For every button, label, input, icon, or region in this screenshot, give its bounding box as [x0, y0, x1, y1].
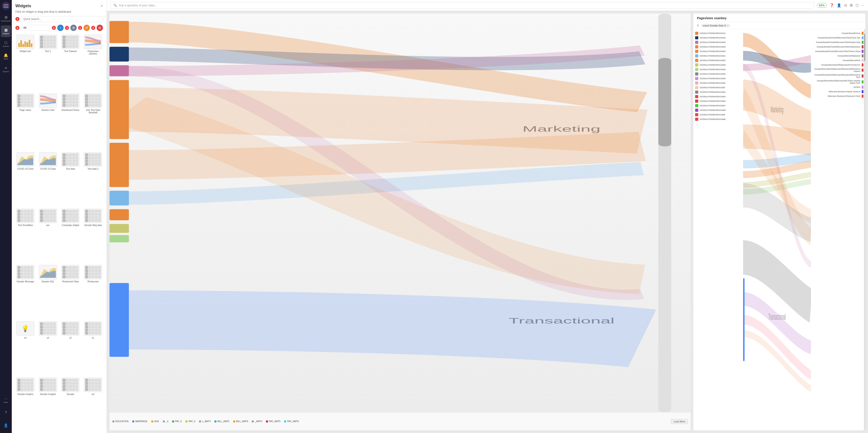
widget-card-restaurant-data[interactable]: Restaurant Data	[61, 265, 81, 318]
node-color	[695, 59, 698, 62]
widget-thumb-sankey-chart	[39, 93, 57, 108]
widget-card-sample-message[interactable]: Sample Message	[16, 265, 35, 318]
legend-label: L_AMT4	[202, 420, 211, 423]
widgets-subtitle: Click on widget or drag and drop to dash…	[12, 10, 106, 15]
help-circle-icon[interactable]: ❓	[830, 3, 834, 7]
global-search[interactable]: 🔍 Ask a question of your data...	[111, 2, 814, 9]
right-node: /mosaic/brand/Chow/fullscreen/CBS/Theme …	[813, 49, 864, 53]
app-logo[interactable]	[2, 2, 10, 10]
widget-label-restaurant-data: Restaurant Data	[62, 280, 79, 283]
widget-label-join-test-data-baseball: Join Test Data Baseball	[84, 109, 102, 114]
legend-item: PAY_AMT6	[284, 420, 299, 423]
left-node-fa5f: 52035e10783084cf8161fa5f	[695, 86, 741, 90]
widget-card-test-2[interactable]: Test 2	[38, 35, 58, 91]
widget-thumb-sample-sql	[39, 265, 57, 279]
widget-card-dashboard-share[interactable]: Dashboard Share	[61, 93, 81, 150]
share-icon[interactable]: ⬡	[856, 3, 859, 7]
node-color	[695, 72, 698, 75]
left-node-fa68: 52035e10783084cf8161fa68	[695, 108, 741, 112]
nav-queries[interactable]: ⬡ Queries	[1, 38, 11, 50]
user-profile-icon[interactable]: 👤	[837, 3, 841, 7]
nav-widgets[interactable]: ▦ Widgets	[1, 25, 11, 37]
close-button[interactable]: ×	[100, 4, 103, 8]
filter-row: 2 All 3 + 4 ⚙ 5 ↺ 6 ⊞	[12, 24, 106, 33]
widget-thumb-test-snowflake	[16, 209, 34, 223]
right-panel: Pageviews ssankey ⊽ count Greater than 3…	[693, 13, 865, 430]
filter-select[interactable]: All	[21, 25, 50, 31]
load-more-button[interactable]: Load More	[671, 419, 688, 424]
widget-card-sample-insights-1[interactable]: Sample Insights	[16, 378, 35, 431]
svg-rect-20	[743, 278, 744, 361]
widget-card-covid-19-data[interactable]: COVID 19 Data	[38, 152, 58, 206]
widget-card-s1[interactable]: s1	[83, 321, 103, 375]
svg-rect-17	[110, 283, 129, 357]
badge-5: 5	[78, 26, 82, 30]
widget-card-covid-19-chart[interactable]: COVID 19 Chart	[16, 152, 35, 206]
widget-card-test-snowflake[interactable]: Test Snowflake	[16, 209, 35, 262]
widget-card-pageviews-sankey[interactable]: Pageviews ssankey	[83, 35, 103, 91]
widget-label-sample-insights-2: Sample Insights	[40, 393, 56, 396]
node-label: 52035e10783084cf8161fa66	[700, 100, 726, 102]
widget-thumb-covid-19-chart	[16, 152, 34, 167]
legend-item: AGE	[151, 420, 159, 423]
widget-card-test-dataset[interactable]: Test Dataset	[61, 35, 81, 91]
right-node: /mosaic/theme/tech/fullscreen/Revision3/…	[813, 73, 864, 79]
widget-label-test-data-2: Test data 2	[88, 167, 99, 170]
right-node-color	[862, 95, 864, 98]
layout-button[interactable]: ⊞	[97, 25, 103, 31]
right-node-color	[862, 50, 864, 53]
widget-card-w2[interactable]: w2	[83, 378, 103, 431]
widget-card-campaign-widget[interactable]: Campaign widget	[61, 209, 81, 262]
settings-icon[interactable]: ⚙	[850, 3, 853, 7]
nav-dashboards[interactable]: ⊞ Dashboards	[1, 13, 11, 25]
widget-card-sample-sql[interactable]: Sample SQL	[38, 265, 58, 318]
widget-card-pie[interactable]: pie	[38, 209, 58, 262]
node-color	[695, 113, 698, 116]
widget-card-s4[interactable]: 💡s4	[16, 321, 35, 375]
node-label: 52035e10783084cf8161fa63	[700, 95, 726, 98]
add-button[interactable]: +	[57, 25, 64, 31]
vertical-scrollbar[interactable]	[864, 29, 865, 430]
node-label: 52035e10783084cf8161fa59	[700, 68, 726, 70]
widget-card-s3[interactable]: s3	[38, 321, 58, 375]
left-node-fa4d: 52035e10783084cf8161fa4d	[695, 45, 741, 49]
legend-item: L_AMT4	[199, 420, 211, 423]
nav-more[interactable]: ··· More	[1, 394, 11, 406]
left-node-fa48: 52035e10783084cf8161fa48	[695, 40, 741, 44]
nav-user[interactable]: 👤	[1, 420, 11, 431]
node-label: 52035e10783084cf8161fa55	[700, 59, 726, 62]
toggle-icon[interactable]: ⊙	[844, 3, 847, 7]
legend-label: PAY_AMT6	[287, 420, 299, 423]
widget-thumb-join-test-data-baseball	[84, 93, 102, 108]
widget-card-widget-test[interactable]: Widget test	[16, 35, 35, 91]
node-color	[695, 68, 698, 71]
nav-reports[interactable]: ≡ Reports	[1, 63, 11, 75]
widget-card-page-views[interactable]: Page views	[16, 93, 35, 150]
search-input[interactable]	[21, 16, 103, 22]
svg-rect-13	[110, 191, 129, 206]
widget-card-test-data[interactable]: Test data	[61, 152, 81, 206]
gear-button[interactable]: ⚙	[70, 25, 77, 31]
nav-alerts[interactable]: 🔔 Alerts	[1, 51, 11, 62]
widget-thumb-restaurant-data	[61, 265, 80, 279]
widget-card-test-data-2[interactable]: Test data 2	[83, 152, 103, 206]
widget-card-sample[interactable]: Sample	[61, 378, 81, 431]
node-label: 52035e10783084cf8161faab	[700, 118, 726, 120]
left-node-fa67: 52035e10783084cf8161fa67	[695, 103, 741, 108]
legend-item: _AMT4	[252, 420, 262, 423]
chip-close-button[interactable]: ×	[727, 24, 728, 27]
node-label: 52035e10783084cf8161fa5e	[700, 82, 726, 84]
widget-card-sample-insights-2[interactable]: Sample Insights	[38, 378, 58, 431]
right-node-label: /mosaic/brand/Chow/fullscreen/CBS/Obsess…	[817, 46, 860, 48]
right-node-label: /portico	[854, 86, 860, 88]
widget-card-join-test-data-baseball[interactable]: Join Test Data Baseball	[83, 93, 103, 150]
overflow-menu-icon[interactable]: ···	[862, 3, 864, 7]
nav-help[interactable]: ?	[1, 407, 11, 419]
refresh-button[interactable]: ↺	[84, 25, 90, 31]
widget-card-sample-msg-data[interactable]: Sample Msg data	[83, 209, 103, 262]
widget-card-s2[interactable]: s2	[61, 321, 81, 375]
dashboard-area: Marketing Transactional	[107, 11, 868, 433]
widget-card-sankey-chart[interactable]: Sankey chart	[38, 93, 58, 150]
widget-label-sample-sql: Sample SQL	[41, 280, 54, 283]
widget-card-restaurant[interactable]: Restaurant	[83, 265, 103, 318]
